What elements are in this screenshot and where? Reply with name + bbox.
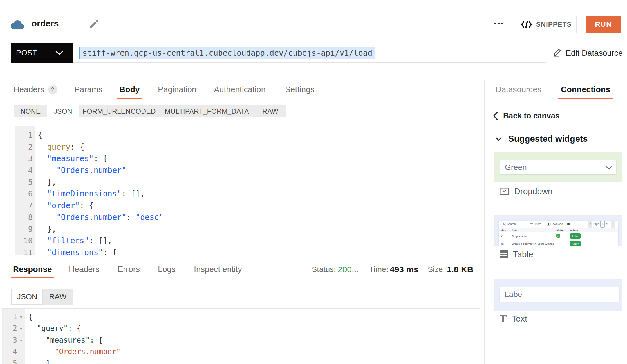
line-number: 5	[3, 359, 17, 364]
code-line: 9 },	[15, 224, 328, 236]
http-method-select[interactable]: POST	[11, 43, 73, 63]
table-widget-icon	[500, 250, 508, 258]
line-number: 11	[15, 248, 33, 255]
line-number: 3	[15, 154, 33, 163]
table-widget-label: Table	[513, 250, 533, 259]
datasource-cloud-icon	[11, 20, 24, 29]
code-text: "Orders.number"	[25, 347, 121, 356]
text-widget-label: Text	[512, 314, 527, 323]
edit-datasource-pencil-icon	[553, 48, 562, 57]
table-page-total: of 1	[606, 221, 611, 228]
code-text: ],	[33, 177, 56, 187]
tab-pagination[interactable]: Pagination	[156, 80, 198, 99]
response-format-json[interactable]: JSON	[11, 289, 43, 305]
code-text: "Orders.number": "desc"	[33, 213, 164, 222]
tab-inspect-entity[interactable]: Inspect entity	[192, 260, 244, 278]
more-actions-menu[interactable]	[492, 17, 505, 30]
request-url-input[interactable]: stiff-wren.gcp-us-central1.cubecloudapp.…	[73, 43, 546, 63]
table-action-button: Action	[570, 241, 581, 246]
download-icon	[547, 221, 550, 228]
body-type-tabs: NONE JSON FORM_URLENCODED MULTIPART_FORM…	[14, 105, 286, 117]
table-download-label: Download	[550, 221, 563, 228]
table-cell-status: --	[554, 242, 568, 245]
table-preview: Search... Filters Download ‹ Page 1	[499, 221, 618, 246]
request-body-editor[interactable]: 1{2 query: {3 "measures": [4 "Orders.num…	[15, 126, 328, 255]
code-line: 6 "timeDimensions": [],	[15, 189, 328, 201]
table-col-task: task	[510, 228, 554, 232]
chevron-down-icon	[495, 137, 502, 141]
body-type-multipart-form-data[interactable]: MULTIPART_FORM_DATA	[160, 105, 254, 117]
code-line: 4 "Orders.number"	[3, 347, 480, 359]
code-text: {	[33, 131, 42, 140]
body-type-json[interactable]: JSON	[48, 105, 79, 117]
filters-icon	[530, 221, 533, 228]
tab-settings[interactable]: Settings	[283, 80, 317, 99]
line-number: 6	[15, 189, 33, 198]
text-widget-preview: Label	[494, 279, 622, 311]
code-line: 2▾ "query": {	[3, 324, 480, 335]
suggested-widget-table[interactable]: Search... Filters Download ‹ Page 1	[494, 215, 622, 262]
size-label: Size:	[428, 260, 445, 278]
request-url-value: stiff-wren.gcp-us-central1.cubecloudapp.…	[79, 47, 375, 59]
table-preview-header-row: step task status action	[499, 228, 618, 232]
code-line: 3▾ "measures": [	[3, 336, 480, 347]
http-method-value: POST	[16, 49, 37, 57]
code-line: 3 "measures": [	[15, 154, 328, 166]
body-type-form-urlencoded[interactable]: FORM_URLENCODED	[79, 105, 160, 117]
tab-response-headers[interactable]: Headers	[67, 260, 101, 278]
fold-arrow-icon[interactable]: ▾	[17, 338, 25, 343]
tab-headers[interactable]: Headers 2	[12, 80, 59, 99]
sidebar-tab-connections[interactable]: Connections	[558, 80, 613, 99]
line-number: 1	[15, 131, 33, 140]
tab-response-errors[interactable]: Errors	[116, 260, 142, 278]
back-to-canvas-link[interactable]: Back to canvas	[493, 108, 559, 123]
line-number: 4	[3, 347, 17, 356]
text-preview-value: Label	[505, 290, 524, 299]
tab-response-logs[interactable]: Logs	[156, 260, 177, 278]
snippets-button[interactable]: SNIPPETS	[516, 16, 577, 33]
run-button[interactable]: RUN	[586, 16, 621, 33]
tab-authentication[interactable]: Authentication	[212, 80, 268, 99]
suggested-widgets-header[interactable]: Suggested widgets	[495, 131, 588, 147]
code-line: 8 "Orders.number": "desc"	[15, 213, 328, 224]
tab-body[interactable]: Body	[117, 80, 142, 99]
tab-params[interactable]: Params	[72, 80, 104, 99]
text-preview-box: Label	[500, 287, 619, 302]
rename-pencil-icon[interactable]	[90, 19, 98, 28]
edit-datasource-button[interactable]: Edit Datasource	[566, 48, 623, 58]
tab-response[interactable]: Response	[11, 260, 54, 278]
body-type-raw[interactable]: RAW	[254, 105, 286, 117]
table-cell-step: #1	[499, 235, 510, 238]
snippets-label: SNIPPETS	[536, 21, 572, 28]
suggested-widget-text[interactable]: Label T Text	[494, 279, 622, 326]
body-type-none[interactable]: NONE	[14, 105, 48, 117]
fold-arrow-icon[interactable]: ▾	[17, 314, 25, 320]
headers-count-badge: 2	[48, 85, 57, 94]
fold-arrow-icon[interactable]: ▾	[17, 326, 25, 331]
table-col-action: action	[568, 228, 618, 232]
response-format-raw[interactable]: RAW	[43, 289, 73, 305]
table-preview-row: #1 Drop a table Action	[499, 232, 618, 240]
code-line: 7 "order": {	[15, 201, 328, 213]
tab-headers-label: Headers	[14, 85, 44, 94]
sidebar-tab-datasources[interactable]: Datasources	[494, 80, 543, 99]
search-icon	[503, 221, 506, 228]
table-col-status: status	[554, 228, 568, 232]
chevron-down-icon	[606, 166, 612, 170]
code-line: 1{	[15, 131, 328, 142]
time-label: Time:	[369, 260, 388, 278]
dropdown-widget-preview: Green	[494, 152, 622, 182]
table-action-button: Action	[570, 233, 581, 239]
status-label: Status:	[312, 260, 336, 278]
table-col-step: step	[499, 228, 510, 232]
text-widget-icon: T	[500, 314, 507, 323]
code-line: 4 "Orders.number"	[15, 166, 328, 177]
suggested-widget-dropdown[interactable]: Green Dropdown	[494, 152, 622, 200]
code-line: 11 "dimensions": [	[15, 248, 328, 255]
run-label: RUN	[595, 20, 612, 29]
columns-icon	[567, 221, 570, 228]
chevron-down-icon	[55, 51, 63, 55]
check-icon	[556, 234, 560, 238]
dropdown-widget-label: Dropdown	[514, 187, 553, 196]
response-body-viewer[interactable]: 1▾{2▾ "query": {3▾ "measures": [4 "Order…	[2, 308, 480, 364]
